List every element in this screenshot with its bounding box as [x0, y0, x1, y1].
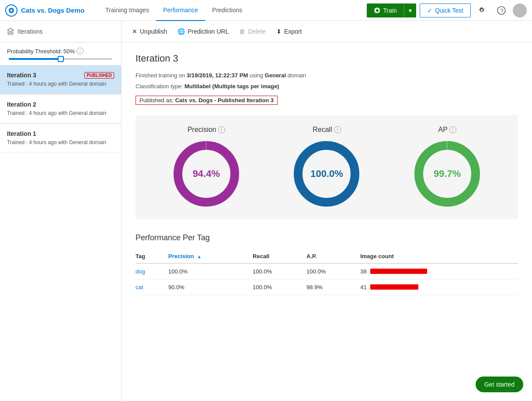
sidebar-item-iteration-1[interactable]: Iteration 1 Trained : 4 hours ago with G… — [0, 124, 121, 153]
table-row: cat 90.0% 100.0% 98.9% 41 — [136, 279, 518, 295]
iteration-1-header: Iteration 1 — [7, 130, 114, 137]
header-actions: Train ▾ ✓ Quick Test ? — [367, 3, 527, 18]
iteration-1-detail: Trained : 4 hours ago with General domai… — [7, 139, 114, 146]
close-icon: ✕ — [132, 28, 137, 35]
sidebar-item-iteration-3[interactable]: Iteration 3 PUBLISHED Trained : 4 hours … — [0, 66, 121, 94]
tag-name-cat: cat — [136, 279, 168, 295]
precision-card: Precision i 94.4% — [171, 126, 241, 209]
precision-value: 94.4% — [193, 168, 220, 180]
recall-title: Recall i — [313, 126, 341, 134]
delete-button[interactable]: 🗑 Delete — [239, 26, 265, 37]
quick-test-label: Quick Test — [435, 7, 463, 14]
layers-icon — [7, 28, 14, 35]
settings-icon — [478, 6, 487, 15]
recall-donut: 100.0% — [292, 139, 362, 209]
ap-donut: 99.7% — [412, 139, 482, 209]
sidebar-item-iteration-2[interactable]: Iteration 2 Trained : 4 hours ago with G… — [0, 95, 121, 124]
tab-training-images[interactable]: Training Images — [98, 0, 156, 21]
published-as-box: Published as: Cats vs. Dogs - Published … — [136, 96, 278, 105]
sidebar: Iterations Probability Threshold: 50% i … — [0, 21, 122, 401]
tag-name-dog: dog — [136, 263, 168, 280]
col-tag[interactable]: Tag — [136, 249, 168, 263]
quick-test-button[interactable]: ✓ Quick Test — [420, 3, 471, 17]
threshold-section: Probability Threshold: 50% i — [0, 42, 121, 65]
published-badge: PUBLISHED — [84, 72, 114, 79]
col-precision[interactable]: Precision ▲ — [168, 249, 253, 263]
iteration-title: Iteration 3 — [136, 53, 518, 64]
recall-cat: 100.0% — [253, 279, 306, 295]
bar-container-cat: 41 — [360, 284, 513, 290]
recall-info-icon[interactable]: i — [334, 126, 341, 133]
precision-info-icon[interactable]: i — [218, 126, 225, 133]
train-dropdown-arrow[interactable]: ▾ — [404, 3, 416, 17]
published-as-name: Cats vs. Dogs - Published Iteration 3 — [175, 97, 274, 104]
svg-point-2 — [10, 9, 13, 11]
iteration-3-header: Iteration 3 PUBLISHED — [7, 72, 114, 79]
col-image-count[interactable]: Image count — [360, 249, 518, 263]
prediction-url-button[interactable]: 🌐 Prediction URL — [177, 26, 229, 37]
help-button[interactable]: ? — [494, 3, 509, 18]
training-info: Finished training on 3/19/2019, 12:22:37… — [136, 71, 518, 80]
precision-cat: 90.0% — [168, 279, 253, 295]
get-started-label: Get started — [484, 381, 515, 388]
sort-up-icon: ▲ — [197, 254, 202, 259]
export-button[interactable]: ⬇ Export — [276, 26, 302, 37]
tab-performance[interactable]: Performance — [156, 0, 205, 21]
avatar[interactable] — [513, 3, 527, 17]
precision-dog: 100.0% — [168, 263, 253, 280]
precision-title: Precision i — [188, 126, 225, 134]
bar-container-dog: 38 — [360, 268, 513, 275]
ap-info-icon[interactable]: i — [449, 126, 456, 133]
training-domain: General — [265, 72, 286, 79]
train-button[interactable]: Train — [367, 3, 404, 17]
tag-link-dog[interactable]: dog — [136, 268, 145, 275]
ap-card: AP i 99.7% — [412, 126, 482, 209]
tag-link-cat[interactable]: cat — [136, 284, 143, 290]
iteration-3-detail: Trained : 4 hours ago with General domai… — [7, 80, 114, 88]
train-button-group[interactable]: Train ▾ — [367, 3, 416, 17]
export-icon: ⬇ — [276, 28, 282, 35]
ap-value: 99.7% — [434, 168, 461, 180]
checkmark-icon: ✓ — [427, 7, 432, 14]
slider-track — [9, 58, 112, 60]
main-layout: Iterations Probability Threshold: 50% i … — [0, 21, 532, 401]
image-count-dog: 38 — [360, 263, 518, 280]
header: Cats vs. Dogs Demo Training Images Perfo… — [0, 0, 532, 21]
get-started-button[interactable]: Get started — [476, 377, 523, 392]
sidebar-iterations-header[interactable]: Iterations — [0, 21, 121, 42]
col-ap[interactable]: A.P. — [306, 249, 360, 263]
slider-fill — [9, 58, 61, 60]
ap-cat: 98.9% — [306, 279, 360, 295]
bar-cat — [370, 284, 418, 290]
help-icon: ? — [497, 6, 506, 15]
ap-dog: 100.0% — [306, 263, 360, 280]
svg-text:?: ? — [501, 8, 504, 14]
table-header-row: Tag Precision ▲ Recall A.P. Image count — [136, 249, 518, 263]
tab-predictions[interactable]: Predictions — [205, 0, 249, 21]
bar-dog — [370, 269, 427, 274]
threshold-label: Probability Threshold: 50% i — [7, 48, 114, 55]
slider-thumb[interactable] — [58, 56, 64, 62]
gear-icon — [374, 7, 381, 14]
table-row: dog 100.0% 100.0% 100.0% 38 — [136, 263, 518, 280]
settings-button[interactable] — [474, 3, 490, 18]
per-tag-table: Tag Precision ▲ Recall A.P. Image count … — [136, 249, 518, 295]
unpublish-button[interactable]: ✕ Unpublish — [132, 26, 167, 37]
iteration-2-name: Iteration 2 — [7, 101, 36, 108]
iterations-label: Iterations — [17, 28, 43, 35]
per-tag-title: Performance Per Tag — [136, 233, 518, 242]
ap-title: AP i — [438, 126, 456, 134]
app-title: Cats vs. Dogs Demo — [21, 7, 84, 14]
content-body: Iteration 3 Finished training on 3/19/20… — [122, 42, 532, 306]
col-recall[interactable]: Recall — [253, 249, 306, 263]
iteration-2-detail: Trained : 4 hours ago with General domai… — [7, 110, 114, 117]
image-count-cat: 41 — [360, 279, 518, 295]
eye-icon — [5, 4, 17, 17]
content-area: ✕ Unpublish 🌐 Prediction URL 🗑 Delete ⬇ … — [122, 21, 532, 401]
recall-dog: 100.0% — [253, 263, 306, 280]
threshold-info-icon[interactable]: i — [76, 48, 83, 55]
precision-donut: 94.4% — [171, 139, 241, 209]
threshold-slider[interactable] — [7, 58, 114, 60]
delete-icon: 🗑 — [239, 28, 245, 35]
classification-info: Classification type: Multilabel (Multipl… — [136, 82, 518, 91]
